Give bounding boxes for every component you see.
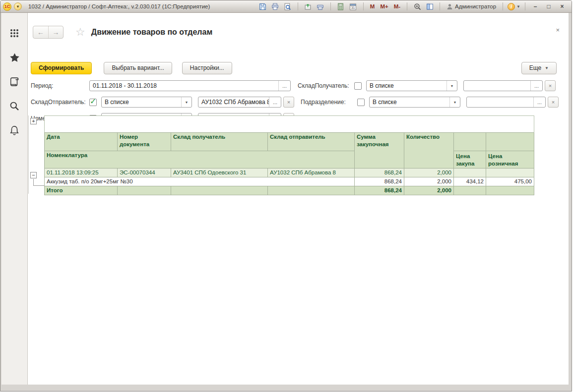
calculator-icon[interactable] [335, 2, 346, 11]
expand-all-button[interactable]: + [30, 118, 37, 124]
department-clear-button[interactable]: × [548, 97, 559, 108]
col-header-empty-1 [454, 133, 486, 151]
back-button[interactable]: ← [33, 26, 48, 38]
send-document-icon[interactable] [303, 2, 314, 11]
close-form-icon[interactable]: × [556, 26, 560, 34]
checkmark-icon: ✓ [90, 97, 96, 106]
table-header-row-2: Номенклатура Цена закупа Цена розничная [45, 151, 534, 168]
department-condition-value: В списке [370, 97, 449, 107]
receiver-warehouse-clear-button[interactable]: × [545, 80, 556, 91]
info-icon[interactable]: i [508, 3, 515, 10]
select-variant-button[interactable]: Выбрать вариант... [104, 62, 172, 74]
chevron-down-icon: ▼ [545, 66, 549, 70]
group-doc-number-cell[interactable]: ЭС-00070344 [118, 168, 171, 177]
group-receiver-cell[interactable]: АУ3401 СПб Одоевского 31 [171, 168, 268, 177]
svg-text:31: 31 [351, 5, 355, 9]
receiver-warehouse-value[interactable] [464, 81, 530, 91]
settings-button[interactable]: Настройки... [182, 62, 232, 74]
chevron-down-icon[interactable]: ▼ [449, 97, 460, 107]
department-label: Подразделение: [301, 99, 357, 106]
calendar-icon[interactable]: 31 [348, 2, 359, 11]
detail-nomenclature-cell[interactable]: Аккузид таб. п/о 20мг+25мг №30 [45, 177, 355, 186]
sender-warehouse-clear-button[interactable]: × [283, 97, 294, 108]
col-header-receiver[interactable]: Склад получатель [171, 133, 268, 151]
close-window-button[interactable]: × [557, 2, 568, 11]
col-header-quantity[interactable]: Количество [404, 133, 454, 168]
period-field[interactable]: 01.11.2018 - 30.11.2018 ... [89, 80, 291, 91]
chevron-down-icon[interactable]: ▼ [181, 97, 191, 107]
total-label-cell: Итого [45, 186, 118, 195]
total-empty-cell [171, 186, 268, 195]
notifications-bell-icon[interactable] [9, 125, 20, 136]
detail-retail-price-cell[interactable]: 475,00 [486, 177, 534, 186]
total-empty-cell [486, 186, 534, 195]
chevron-down-icon[interactable]: ▼ [446, 81, 457, 91]
receiver-warehouse-condition-select[interactable]: В списке ▼ [366, 80, 457, 91]
search-icon[interactable] [9, 101, 20, 112]
department-field[interactable]: ... [466, 97, 546, 108]
minimize-button[interactable]: – [530, 2, 541, 11]
current-user-button[interactable]: Администратор [445, 3, 498, 10]
split-window-icon[interactable] [424, 2, 435, 11]
favorite-star-icon[interactable]: ☆ [75, 27, 85, 37]
favorites-icon[interactable] [9, 52, 20, 63]
receiver-warehouse-picker-button[interactable]: ... [530, 81, 542, 91]
total-purchase-sum-cell: 868,24 [355, 186, 404, 195]
generate-button[interactable]: Сформировать [31, 62, 92, 74]
col-header-purchase-sum[interactable]: Сумма закупочная [355, 133, 404, 168]
col-header-purchase-price[interactable]: Цена закупа [454, 151, 486, 168]
group-date-cell[interactable]: 01.11.2018 13:09:25 [45, 168, 118, 177]
maximize-button[interactable]: □ [543, 2, 554, 11]
history-icon[interactable] [9, 76, 20, 87]
memory-m-button[interactable]: M [368, 3, 377, 9]
sender-warehouse-checkbox[interactable]: ✓ [89, 99, 97, 106]
forward-button[interactable]: → [48, 26, 63, 38]
total-empty-cell [118, 186, 171, 195]
detail-quantity-cell[interactable]: 2,000 [404, 177, 454, 186]
main-menu-dropdown-icon[interactable]: ▼ [14, 2, 22, 10]
print-settings-icon[interactable] [315, 2, 326, 11]
collapse-group-button[interactable]: − [30, 172, 37, 178]
col-header-retail-price[interactable]: Цена розничная [486, 151, 534, 168]
department-picker-button[interactable]: ... [533, 97, 545, 107]
save-icon[interactable] [257, 2, 268, 11]
sender-warehouse-value[interactable]: АУ1032 СПб Абрамова 8 [198, 97, 269, 107]
app-body: ← → ☆ Движение товаров по отделам × Сфор… [0, 13, 572, 391]
department-condition-select[interactable]: В списке ▼ [369, 97, 460, 108]
group-row[interactable]: 01.11.2018 13:09:25 ЭС-00070344 АУ3401 С… [45, 168, 534, 177]
sender-warehouse-picker-button[interactable]: ... [269, 97, 281, 107]
department-value[interactable] [467, 97, 533, 107]
memory-m-minus-button[interactable]: M- [392, 3, 402, 9]
period-value[interactable]: 01.11.2018 - 30.11.2018 [90, 81, 278, 91]
print-preview-icon[interactable] [282, 2, 293, 11]
col-header-sender[interactable]: Склад отправитель [268, 133, 355, 151]
col-header-doc-number[interactable]: Номер документа [118, 133, 171, 151]
detail-purchase-price-cell[interactable]: 434,12 [454, 177, 486, 186]
1c-logo-icon[interactable]: 1С [3, 2, 11, 11]
more-button[interactable]: Еще ▼ [521, 62, 557, 74]
filter-row-period: Период: 01.11.2018 - 30.11.2018 ... Скла… [31, 80, 556, 91]
sender-warehouse-field[interactable]: АУ1032 СПб Абрамова 8 ... [198, 97, 281, 108]
detail-purchase-sum-cell[interactable]: 868,24 [355, 177, 404, 186]
detail-row[interactable]: Аккузид таб. п/о 20мг+25мг №30 868,24 2,… [45, 177, 534, 186]
info-dropdown-icon[interactable]: ▼ [516, 4, 520, 9]
total-row[interactable]: Итого 868,24 2,000 [45, 186, 534, 195]
sections-menu-icon[interactable] [9, 28, 20, 39]
group-quantity-cell[interactable]: 2,000 [404, 168, 454, 177]
receiver-warehouse-field[interactable]: ... [463, 80, 543, 91]
zoom-icon[interactable] [412, 2, 423, 11]
memory-m-plus-button[interactable]: M+ [378, 3, 390, 9]
report-grid: + − Дата Номер документа Склад пол [28, 115, 569, 200]
report-table: Дата Номер документа Склад получатель Ск… [44, 115, 534, 195]
col-header-nomenclature[interactable]: Номенклатура [45, 151, 355, 168]
col-header-date[interactable]: Дата [45, 133, 118, 151]
period-picker-button[interactable]: ... [278, 81, 290, 91]
group-sender-cell[interactable]: АУ1032 СПб Абрамова 8 [268, 168, 355, 177]
sender-warehouse-condition-select[interactable]: В списке ▼ [101, 97, 192, 108]
department-checkbox[interactable] [357, 99, 365, 106]
filter-row-sender: СкладОтправитель: ✓ В списке ▼ АУ1032 СП… [31, 97, 559, 108]
group-purchase-sum-cell[interactable]: 868,24 [355, 168, 404, 177]
print-icon[interactable] [270, 2, 281, 11]
blank-cell [45, 116, 534, 133]
receiver-warehouse-checkbox[interactable] [354, 82, 362, 90]
